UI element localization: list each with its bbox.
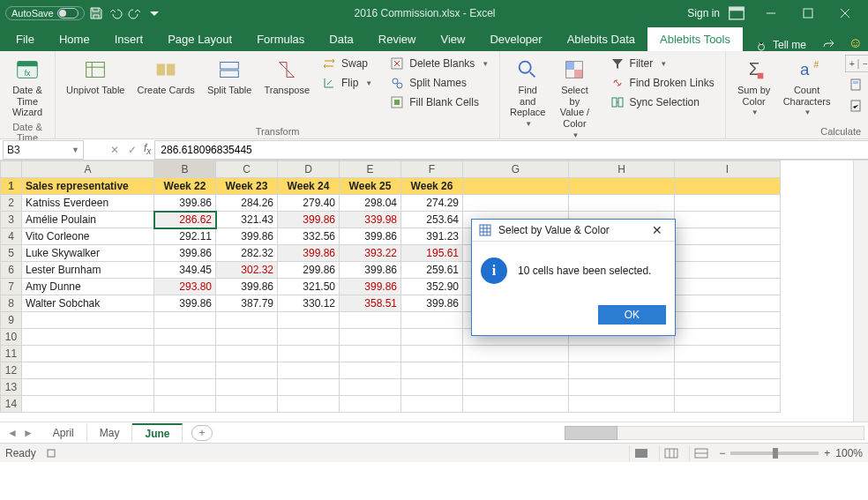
dialog-close-icon[interactable]: ✕ xyxy=(647,223,668,237)
zoom-in-icon[interactable]: + xyxy=(824,447,830,459)
ribbon-tab-page-layout[interactable]: Page Layout xyxy=(155,27,244,51)
autosave[interactable]: AutoSave xyxy=(5,6,85,20)
horizontal-scrollbar[interactable] xyxy=(565,426,864,440)
ribbon-tab-review[interactable]: Review xyxy=(366,27,429,51)
sheet-tab-may[interactable]: May xyxy=(87,423,133,442)
cell-B3[interactable]: 286.62 xyxy=(154,212,216,228)
ribbon-tab-data[interactable]: Data xyxy=(317,27,365,51)
header-cell[interactable]: Sales representative xyxy=(22,178,154,195)
cell-C7[interactable]: 399.86 xyxy=(216,279,278,295)
spinner-down-icon[interactable]: − xyxy=(858,59,868,69)
save-icon[interactable] xyxy=(88,5,104,21)
row-header-13[interactable]: 13 xyxy=(1,379,22,396)
col-header-I[interactable]: I xyxy=(675,161,781,178)
ribbon-tab-developer[interactable]: Developer xyxy=(477,27,554,51)
col-header-D[interactable]: D xyxy=(278,161,340,178)
transpose-button[interactable]: Transpose xyxy=(260,55,313,98)
cell-A5[interactable]: Luke Skywalker xyxy=(22,245,154,262)
cell-F5[interactable]: 195.61 xyxy=(401,245,463,262)
cell-E5[interactable]: 393.22 xyxy=(340,245,401,262)
zoom-out-icon[interactable]: − xyxy=(719,447,725,459)
cell-E2[interactable]: 298.04 xyxy=(340,195,401,212)
cell-D5[interactable]: 399.86 xyxy=(278,245,340,262)
cell-D7[interactable]: 321.50 xyxy=(278,279,340,295)
fill-blank-cells-button[interactable]: Fill Blank Cells xyxy=(386,93,492,111)
cell-C6[interactable]: 302.32 xyxy=(216,262,278,279)
cell-F7[interactable]: 352.90 xyxy=(401,279,463,295)
redo-icon[interactable] xyxy=(127,5,143,21)
cell-F3[interactable]: 253.64 xyxy=(401,212,463,228)
flip-button[interactable]: Flip▼ xyxy=(318,74,376,92)
delete-blanks-button[interactable]: Delete Blanks▼ xyxy=(386,55,492,72)
unpivot-table-button[interactable]: Unpivot Table xyxy=(63,55,128,98)
cancel-entry-icon[interactable]: ✕ xyxy=(110,144,119,156)
row-header-10[interactable]: 10 xyxy=(1,329,22,346)
ribbon-tab-ablebits-tools[interactable]: Ablebits Tools xyxy=(647,27,743,51)
qat-customize-icon[interactable] xyxy=(146,5,162,21)
decimals-spinner[interactable]: + − xyxy=(845,55,868,72)
cell-A8[interactable]: Walter Sobchak xyxy=(22,295,154,312)
ribbon-tab-formulas[interactable]: Formulas xyxy=(244,27,317,51)
header-cell[interactable]: Week 26 xyxy=(401,178,463,195)
col-header-E[interactable]: E xyxy=(340,161,401,178)
row-header-12[interactable]: 12 xyxy=(1,362,22,379)
ribbon-tab-insert[interactable]: Insert xyxy=(102,27,156,51)
view-normal-icon[interactable] xyxy=(629,445,652,461)
minimize-icon[interactable] xyxy=(753,3,789,24)
cell-C5[interactable]: 282.32 xyxy=(216,245,278,262)
row-header-7[interactable]: 7 xyxy=(1,279,22,295)
view-page-break-icon[interactable] xyxy=(689,445,712,461)
row-header-5[interactable]: 5 xyxy=(1,245,22,262)
spinner-up-icon[interactable]: + xyxy=(846,59,858,69)
col-header-F[interactable]: F xyxy=(401,161,463,178)
cell-C4[interactable]: 399.86 xyxy=(216,228,278,245)
col-header-H[interactable]: H xyxy=(569,161,675,178)
macro-record-icon[interactable] xyxy=(45,447,57,459)
sheet-tab-june[interactable]: June xyxy=(132,423,183,443)
sum-by-color-button[interactable]: Σ Sum by Color▼ xyxy=(733,55,775,118)
select-by-value-color-button[interactable]: Select by Value / Color▼ xyxy=(553,55,595,141)
header-cell[interactable]: Week 24 xyxy=(278,178,340,195)
cell-D3[interactable]: 399.86 xyxy=(278,212,340,228)
col-header-B[interactable]: B xyxy=(154,161,216,178)
row-header-2[interactable]: 2 xyxy=(1,195,22,212)
cell-C2[interactable]: 284.26 xyxy=(216,195,278,212)
maximize-icon[interactable] xyxy=(790,3,826,24)
row-header-6[interactable]: 6 xyxy=(1,262,22,279)
cell-B5[interactable]: 399.86 xyxy=(154,245,216,262)
cell-A4[interactable]: Vito Corleone xyxy=(22,228,154,245)
header-cell[interactable]: Week 23 xyxy=(216,178,278,195)
close-icon[interactable] xyxy=(827,3,863,24)
cell-E3[interactable]: 339.98 xyxy=(340,212,401,228)
row-header-3[interactable]: 3 xyxy=(1,212,22,228)
cell-A2[interactable]: Katniss Everdeen xyxy=(22,195,154,212)
row-header-14[interactable]: 14 xyxy=(1,396,22,413)
cell-A7[interactable]: Amy Dunne xyxy=(22,279,154,295)
cell-B6[interactable]: 349.45 xyxy=(154,262,216,279)
find-and-replace-button[interactable]: Find and Replace▼ xyxy=(507,55,548,130)
row-header-8[interactable]: 8 xyxy=(1,295,22,312)
cell-E7[interactable]: 399.86 xyxy=(340,279,401,295)
cell-E4[interactable]: 399.86 xyxy=(340,228,401,245)
header-cell[interactable]: Week 22 xyxy=(154,178,216,195)
cell-B2[interactable]: 399.86 xyxy=(154,195,216,212)
cell-D4[interactable]: 332.56 xyxy=(278,228,340,245)
view-page-layout-icon[interactable] xyxy=(659,445,682,461)
undo-icon[interactable] xyxy=(108,5,123,21)
cell-B7[interactable]: 293.80 xyxy=(154,279,216,295)
apply-recent-button[interactable]: Apply Recent▼ xyxy=(845,97,868,115)
cell-F2[interactable]: 274.29 xyxy=(401,195,463,212)
row-header-4[interactable]: 4 xyxy=(1,228,22,245)
cell-F4[interactable]: 391.23 xyxy=(401,228,463,245)
swap-button[interactable]: Swap xyxy=(318,55,376,72)
cell-A3[interactable]: Amélie Poulain xyxy=(22,212,154,228)
formula-input[interactable] xyxy=(154,140,868,160)
add-sheet-button[interactable]: ＋ xyxy=(191,425,213,441)
cell-E6[interactable]: 399.86 xyxy=(340,262,401,279)
sheet-tab-april[interactable]: April xyxy=(41,423,87,442)
fx-icon[interactable]: fx xyxy=(142,142,154,156)
tell-me[interactable]: Tell me xyxy=(746,39,815,51)
cell-F6[interactable]: 259.61 xyxy=(401,262,463,279)
sign-in[interactable]: Sign in xyxy=(687,7,720,19)
cell-D6[interactable]: 299.86 xyxy=(278,262,340,279)
